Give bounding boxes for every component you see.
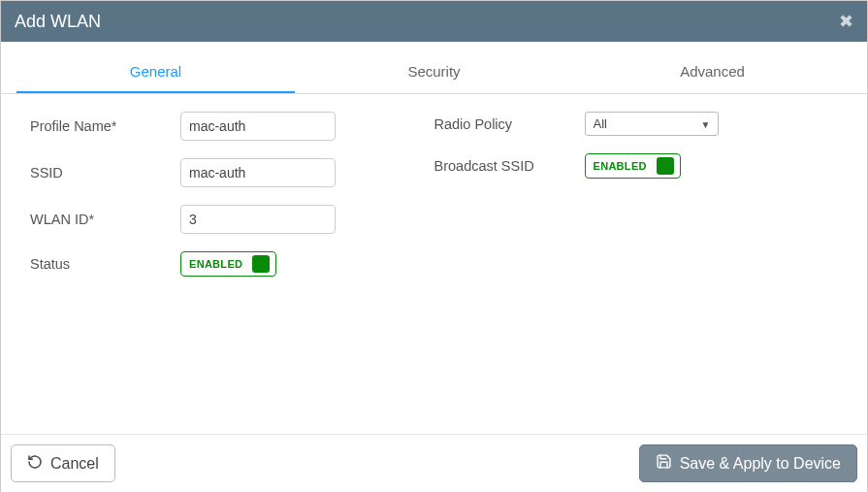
left-column: Profile Name* SSID WLAN ID* Status ENABL… xyxy=(30,112,434,356)
dialog-footer: Cancel Save & Apply to Device xyxy=(1,434,867,492)
label-wlan-id: WLAN ID* xyxy=(30,212,180,227)
dialog-title: Add WLAN xyxy=(15,12,101,32)
row-radio-policy: Radio Policy All ▼ xyxy=(434,112,839,136)
toggle-status-label: ENABLED xyxy=(189,258,242,270)
row-broadcast-ssid: Broadcast SSID ENABLED xyxy=(434,153,839,179)
save-label: Save & Apply to Device xyxy=(680,455,841,473)
input-profile-name[interactable] xyxy=(180,112,336,141)
label-ssid: SSID xyxy=(30,165,180,180)
tab-security[interactable]: Security xyxy=(295,55,573,93)
tab-content: Profile Name* SSID WLAN ID* Status ENABL… xyxy=(1,94,867,434)
select-wrap-radio-policy: All ▼ xyxy=(585,112,719,136)
save-icon xyxy=(656,453,672,474)
tabs: General Security Advanced xyxy=(1,55,867,94)
row-ssid: SSID xyxy=(30,158,434,187)
cancel-label: Cancel xyxy=(50,455,99,473)
label-status: Status xyxy=(30,256,180,272)
cancel-button[interactable]: Cancel xyxy=(11,444,115,482)
save-button[interactable]: Save & Apply to Device xyxy=(639,444,857,482)
undo-icon xyxy=(27,454,43,474)
right-column: Radio Policy All ▼ Broadcast SSID ENABLE… xyxy=(434,112,839,356)
label-radio-policy: Radio Policy xyxy=(434,116,585,132)
tab-general[interactable]: General xyxy=(16,55,295,93)
row-profile-name: Profile Name* xyxy=(30,112,434,141)
row-wlan-id: WLAN ID* xyxy=(30,205,434,234)
dialog-header: Add WLAN ✖ xyxy=(1,1,867,42)
add-wlan-dialog: Add WLAN ✖ General Security Advanced Pro… xyxy=(0,0,868,492)
toggle-status[interactable]: ENABLED xyxy=(180,251,276,277)
label-broadcast-ssid: Broadcast SSID xyxy=(434,158,585,174)
row-status: Status ENABLED xyxy=(30,251,434,277)
close-icon[interactable]: ✖ xyxy=(839,11,853,32)
input-ssid[interactable] xyxy=(180,158,336,187)
toggle-broadcast-label: ENABLED xyxy=(594,160,647,172)
toggle-broadcast-ssid[interactable]: ENABLED xyxy=(585,153,681,179)
toggle-broadcast-knob xyxy=(657,157,674,175)
input-wlan-id[interactable] xyxy=(180,205,336,234)
select-radio-policy[interactable]: All xyxy=(585,112,719,136)
toggle-status-knob xyxy=(252,255,270,273)
tab-advanced[interactable]: Advanced xyxy=(573,55,852,93)
label-profile-name: Profile Name* xyxy=(30,118,180,134)
